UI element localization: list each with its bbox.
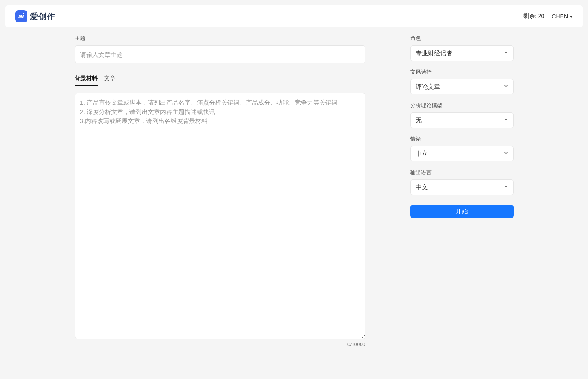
tab-article[interactable]: 文章	[104, 75, 116, 86]
char-count: 0/10000	[75, 342, 365, 348]
style-value: 评论文章	[416, 83, 440, 91]
model-label: 分析理论模型	[410, 102, 514, 109]
tab-label: 背景材料	[75, 75, 98, 81]
start-button[interactable]: 开始	[410, 205, 514, 218]
model-value: 无	[416, 117, 422, 124]
role-select[interactable]: 专业财经记者	[410, 45, 514, 61]
topic-input[interactable]	[75, 45, 365, 63]
emotion-label: 情绪	[410, 135, 514, 143]
language-value: 中文	[416, 184, 428, 191]
tab-label: 文章	[104, 75, 116, 81]
role-value: 专业财经记者	[416, 49, 452, 57]
remaining-value: 20	[538, 13, 545, 19]
logo-text-group: 爱创作	[30, 11, 56, 22]
caret-down-icon	[570, 16, 573, 18]
remaining-label: 剩余:	[523, 13, 537, 19]
remaining-count: 剩余: 20	[523, 13, 544, 20]
logo-icon-text: ai	[18, 13, 24, 20]
topic-label: 主题	[75, 35, 365, 42]
background-textarea[interactable]	[75, 93, 365, 339]
language-select[interactable]: 中文	[410, 179, 514, 195]
start-button-label: 开始	[456, 208, 468, 215]
header-right: 剩余: 20 CHEN	[523, 13, 573, 20]
style-label: 文风选择	[410, 68, 514, 76]
role-label: 角色	[410, 35, 514, 42]
logo-main-text: 爱创作	[30, 11, 56, 22]
model-select[interactable]: 无	[410, 112, 514, 128]
tab-background-material[interactable]: 背景材料	[75, 75, 98, 86]
emotion-value: 中立	[416, 150, 428, 158]
username: CHEN	[552, 13, 568, 20]
logo-icon: ai	[15, 10, 27, 22]
logo[interactable]: ai 爱创作	[15, 10, 56, 22]
tabs: 背景材料 文章	[75, 75, 365, 86]
user-menu[interactable]: CHEN	[552, 13, 573, 20]
style-select[interactable]: 评论文章	[410, 79, 514, 94]
emotion-select[interactable]: 中立	[410, 146, 514, 161]
language-label: 输出语言	[410, 169, 514, 176]
app-header: ai 爱创作 剩余: 20 CHEN	[5, 5, 583, 27]
